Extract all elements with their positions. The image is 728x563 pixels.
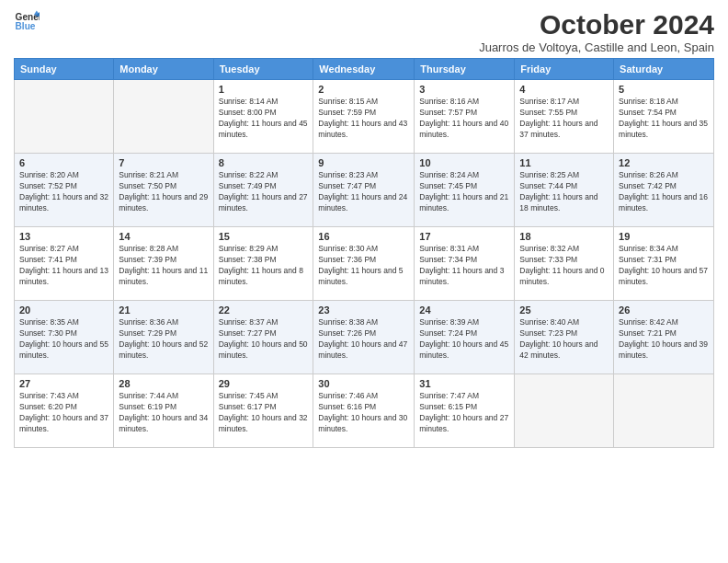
table-row xyxy=(614,374,714,448)
day-number: 8 xyxy=(219,157,309,168)
day-number: 18 xyxy=(519,231,609,242)
table-row: 21Sunrise: 8:36 AM Sunset: 7:29 PM Dayli… xyxy=(114,301,213,374)
day-info: Sunrise: 8:32 AM Sunset: 7:33 PM Dayligh… xyxy=(519,244,609,288)
table-row: 3Sunrise: 8:16 AM Sunset: 7:57 PM Daylig… xyxy=(415,80,515,154)
table-row: 31Sunrise: 7:47 AM Sunset: 6:15 PM Dayli… xyxy=(415,374,515,448)
day-info: Sunrise: 8:22 AM Sunset: 7:49 PM Dayligh… xyxy=(219,170,309,214)
table-row xyxy=(515,374,614,448)
table-row: 7Sunrise: 8:21 AM Sunset: 7:50 PM Daylig… xyxy=(114,154,213,227)
table-row: 28Sunrise: 7:44 AM Sunset: 6:19 PM Dayli… xyxy=(114,374,213,448)
day-info: Sunrise: 8:25 AM Sunset: 7:44 PM Dayligh… xyxy=(519,170,609,214)
table-row: 4Sunrise: 8:17 AM Sunset: 7:55 PM Daylig… xyxy=(515,80,614,154)
calendar-week-row: 1Sunrise: 8:14 AM Sunset: 8:00 PM Daylig… xyxy=(15,80,714,154)
day-number: 24 xyxy=(419,304,509,316)
day-number: 6 xyxy=(19,157,108,168)
day-number: 1 xyxy=(219,84,309,95)
day-number: 10 xyxy=(419,157,509,168)
col-tuesday: Tuesday xyxy=(213,59,313,80)
day-number: 21 xyxy=(119,304,208,316)
table-row: 14Sunrise: 8:28 AM Sunset: 7:39 PM Dayli… xyxy=(114,227,213,301)
day-number: 4 xyxy=(519,84,609,95)
day-number: 12 xyxy=(619,157,709,168)
day-info: Sunrise: 8:39 AM Sunset: 7:24 PM Dayligh… xyxy=(419,317,509,362)
day-number: 20 xyxy=(19,304,108,316)
day-info: Sunrise: 8:24 AM Sunset: 7:45 PM Dayligh… xyxy=(419,170,509,214)
logo-icon: General Blue xyxy=(14,9,40,35)
day-number: 14 xyxy=(119,231,208,242)
header: General Blue October 2024 Juarros de Vol… xyxy=(14,9,714,54)
day-number: 23 xyxy=(318,304,409,316)
day-info: Sunrise: 8:17 AM Sunset: 7:55 PM Dayligh… xyxy=(519,97,609,141)
day-info: Sunrise: 8:14 AM Sunset: 8:00 PM Dayligh… xyxy=(219,97,309,141)
day-info: Sunrise: 8:36 AM Sunset: 7:29 PM Dayligh… xyxy=(119,317,208,362)
day-number: 9 xyxy=(318,157,409,168)
day-info: Sunrise: 8:18 AM Sunset: 7:54 PM Dayligh… xyxy=(619,97,709,141)
day-number: 29 xyxy=(219,378,309,389)
table-row: 16Sunrise: 8:30 AM Sunset: 7:36 PM Dayli… xyxy=(313,227,415,301)
day-info: Sunrise: 8:23 AM Sunset: 7:47 PM Dayligh… xyxy=(318,170,409,214)
day-number: 28 xyxy=(119,378,208,389)
day-info: Sunrise: 8:38 AM Sunset: 7:26 PM Dayligh… xyxy=(318,317,409,362)
day-info: Sunrise: 8:34 AM Sunset: 7:31 PM Dayligh… xyxy=(619,244,709,288)
day-info: Sunrise: 8:29 AM Sunset: 7:38 PM Dayligh… xyxy=(219,244,309,288)
table-row: 9Sunrise: 8:23 AM Sunset: 7:47 PM Daylig… xyxy=(313,154,415,227)
day-number: 16 xyxy=(318,231,409,242)
table-row: 23Sunrise: 8:38 AM Sunset: 7:26 PM Dayli… xyxy=(313,301,415,374)
day-info: Sunrise: 8:28 AM Sunset: 7:39 PM Dayligh… xyxy=(119,244,208,288)
day-number: 3 xyxy=(419,84,509,95)
day-number: 15 xyxy=(219,231,309,242)
table-row: 15Sunrise: 8:29 AM Sunset: 7:38 PM Dayli… xyxy=(213,227,313,301)
day-number: 19 xyxy=(619,231,709,242)
day-info: Sunrise: 7:46 AM Sunset: 6:16 PM Dayligh… xyxy=(318,391,409,435)
day-info: Sunrise: 7:44 AM Sunset: 6:19 PM Dayligh… xyxy=(119,391,208,435)
day-info: Sunrise: 8:30 AM Sunset: 7:36 PM Dayligh… xyxy=(318,244,409,288)
day-info: Sunrise: 8:42 AM Sunset: 7:21 PM Dayligh… xyxy=(619,317,709,362)
subtitle: Juarros de Voltoya, Castille and Leon, S… xyxy=(479,40,714,54)
table-row: 27Sunrise: 7:43 AM Sunset: 6:20 PM Dayli… xyxy=(15,374,114,448)
table-row: 2Sunrise: 8:15 AM Sunset: 7:59 PM Daylig… xyxy=(313,80,415,154)
day-info: Sunrise: 8:27 AM Sunset: 7:41 PM Dayligh… xyxy=(19,244,108,288)
day-number: 27 xyxy=(19,378,108,389)
calendar-week-row: 13Sunrise: 8:27 AM Sunset: 7:41 PM Dayli… xyxy=(15,227,714,301)
table-row: 29Sunrise: 7:45 AM Sunset: 6:17 PM Dayli… xyxy=(213,374,313,448)
day-number: 11 xyxy=(519,157,609,168)
col-saturday: Saturday xyxy=(614,59,714,80)
calendar-table: Sunday Monday Tuesday Wednesday Thursday… xyxy=(14,58,714,448)
day-number: 30 xyxy=(318,378,409,389)
col-thursday: Thursday xyxy=(415,59,515,80)
col-wednesday: Wednesday xyxy=(313,59,415,80)
day-number: 13 xyxy=(19,231,108,242)
day-info: Sunrise: 8:40 AM Sunset: 7:23 PM Dayligh… xyxy=(519,317,609,362)
table-row: 26Sunrise: 8:42 AM Sunset: 7:21 PM Dayli… xyxy=(614,301,714,374)
table-row: 30Sunrise: 7:46 AM Sunset: 6:16 PM Dayli… xyxy=(313,374,415,448)
calendar-week-row: 6Sunrise: 8:20 AM Sunset: 7:52 PM Daylig… xyxy=(15,154,714,227)
table-row: 24Sunrise: 8:39 AM Sunset: 7:24 PM Dayli… xyxy=(415,301,515,374)
day-info: Sunrise: 8:20 AM Sunset: 7:52 PM Dayligh… xyxy=(19,170,108,214)
table-row: 19Sunrise: 8:34 AM Sunset: 7:31 PM Dayli… xyxy=(614,227,714,301)
month-title: October 2024 xyxy=(479,9,714,40)
logo: General Blue xyxy=(14,9,40,35)
day-info: Sunrise: 8:15 AM Sunset: 7:59 PM Dayligh… xyxy=(318,97,409,141)
title-block: October 2024 Juarros de Voltoya, Castill… xyxy=(479,9,714,54)
day-info: Sunrise: 8:31 AM Sunset: 7:34 PM Dayligh… xyxy=(419,244,509,288)
table-row: 22Sunrise: 8:37 AM Sunset: 7:27 PM Dayli… xyxy=(213,301,313,374)
day-number: 22 xyxy=(219,304,309,316)
col-sunday: Sunday xyxy=(15,59,114,80)
day-number: 17 xyxy=(419,231,509,242)
table-row: 12Sunrise: 8:26 AM Sunset: 7:42 PM Dayli… xyxy=(614,154,714,227)
table-row: 8Sunrise: 8:22 AM Sunset: 7:49 PM Daylig… xyxy=(213,154,313,227)
day-number: 25 xyxy=(519,304,609,316)
day-info: Sunrise: 8:35 AM Sunset: 7:30 PM Dayligh… xyxy=(19,317,108,362)
table-row: 5Sunrise: 8:18 AM Sunset: 7:54 PM Daylig… xyxy=(614,80,714,154)
page: General Blue October 2024 Juarros de Vol… xyxy=(0,0,728,563)
svg-text:Blue: Blue xyxy=(16,21,36,31)
day-info: Sunrise: 8:21 AM Sunset: 7:50 PM Dayligh… xyxy=(119,170,208,214)
table-row: 1Sunrise: 8:14 AM Sunset: 8:00 PM Daylig… xyxy=(213,80,313,154)
table-row: 25Sunrise: 8:40 AM Sunset: 7:23 PM Dayli… xyxy=(515,301,614,374)
day-info: Sunrise: 7:47 AM Sunset: 6:15 PM Dayligh… xyxy=(419,391,509,435)
calendar-week-row: 27Sunrise: 7:43 AM Sunset: 6:20 PM Dayli… xyxy=(15,374,714,448)
day-info: Sunrise: 8:16 AM Sunset: 7:57 PM Dayligh… xyxy=(419,97,509,141)
day-number: 7 xyxy=(119,157,208,168)
table-row xyxy=(15,80,114,154)
table-row: 17Sunrise: 8:31 AM Sunset: 7:34 PM Dayli… xyxy=(415,227,515,301)
